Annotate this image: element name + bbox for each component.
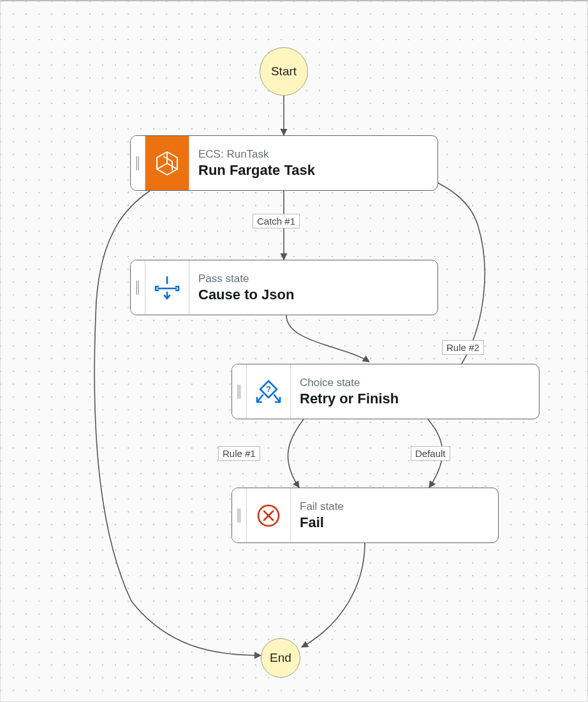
drag-handle[interactable]: ║ (232, 364, 247, 419)
ecs-icon (145, 136, 189, 190)
state-title: Retry or Finish (300, 391, 530, 407)
workflow-canvas[interactable]: Start ║ ECS: RunTask Run Fargate Task ║ (0, 0, 588, 702)
edge-label-rule1: Rule #1 (218, 446, 260, 461)
edges-layer (1, 1, 588, 702)
edge-label-rule2: Rule #2 (442, 340, 484, 355)
edge-label-default: Default (411, 446, 450, 461)
drag-handle[interactable]: ║ (232, 488, 247, 542)
start-label: Start (271, 64, 297, 78)
choice-icon: ? (247, 364, 291, 419)
end-label: End (270, 651, 291, 665)
svg-text:?: ? (266, 384, 271, 394)
state-title: Run Fargate Task (198, 162, 429, 179)
svg-line-6 (258, 395, 263, 401)
edge-label-catch1: Catch #1 (253, 214, 300, 228)
state-fail[interactable]: ║ Fail state Fail (232, 488, 499, 543)
drag-handle[interactable]: ║ (131, 260, 145, 315)
start-node[interactable]: Start (260, 47, 308, 96)
end-node[interactable]: End (261, 638, 300, 678)
pass-icon (145, 260, 189, 315)
state-title: Fail (300, 514, 489, 531)
state-retry-or-finish[interactable]: ║ ? Choice state Retry or Finish (232, 364, 540, 419)
state-run-fargate-task[interactable]: ║ ECS: RunTask Run Fargate Task (130, 135, 438, 191)
state-cause-to-json[interactable]: ║ Pass state Cause to Json (130, 260, 438, 315)
state-subtitle: Pass state (198, 273, 429, 285)
svg-line-7 (274, 395, 279, 401)
state-subtitle: Choice state (300, 377, 530, 389)
state-subtitle: ECS: RunTask (198, 148, 429, 161)
fail-icon (247, 488, 291, 542)
drag-handle[interactable]: ║ (131, 136, 145, 190)
state-title: Cause to Json (198, 287, 429, 303)
state-subtitle: Fail state (300, 500, 489, 513)
